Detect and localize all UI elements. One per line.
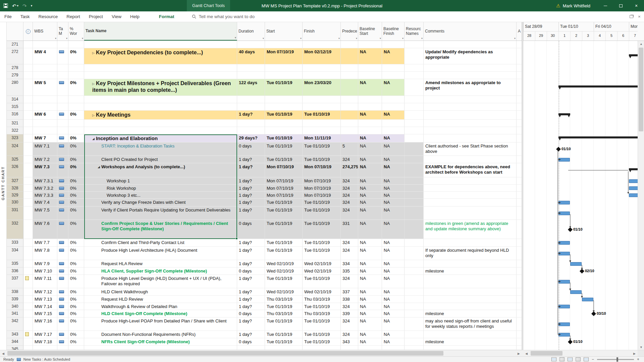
cell-pct[interactable]: 0% bbox=[68, 192, 84, 199]
cell-extra[interactable] bbox=[517, 247, 522, 260]
cell-wbs[interactable]: MW 7.7 bbox=[33, 239, 57, 247]
status-new-tasks[interactable]: New Tasks : Auto Scheduled bbox=[23, 357, 70, 361]
cell-bf[interactable]: NA bbox=[382, 239, 405, 247]
cell-start[interactable] bbox=[265, 72, 303, 79]
cell-pred[interactable]: 324 bbox=[341, 199, 358, 206]
cell-bs[interactable] bbox=[358, 103, 382, 111]
cell-dur[interactable]: 1 day? bbox=[237, 260, 265, 267]
cell-res[interactable] bbox=[405, 338, 424, 346]
cell-bs[interactable]: NA bbox=[358, 185, 382, 192]
cell-start[interactable]: Tue 01/10/19 bbox=[265, 156, 303, 163]
cell-num[interactable]: 279 bbox=[7, 72, 23, 79]
cell-extra[interactable] bbox=[517, 199, 522, 206]
cell-pct[interactable]: 0% bbox=[68, 185, 84, 192]
gantt-task-bar[interactable] bbox=[629, 186, 638, 190]
cell-mode[interactable] bbox=[57, 48, 68, 64]
cell-fin[interactable] bbox=[303, 72, 341, 79]
cell-mode[interactable] bbox=[57, 41, 68, 48]
cell-extra[interactable] bbox=[517, 288, 522, 296]
cell-bs[interactable]: NA bbox=[358, 310, 382, 317]
gantt-task-bar[interactable] bbox=[629, 179, 638, 183]
cell-res[interactable] bbox=[405, 275, 424, 288]
cell-pred[interactable] bbox=[341, 79, 358, 96]
cell-wbs[interactable] bbox=[33, 64, 57, 72]
cell-dur[interactable]: 0 days bbox=[237, 142, 265, 156]
cell-bf[interactable]: NA bbox=[382, 338, 405, 346]
cell-dur[interactable]: 1 day? bbox=[237, 317, 265, 331]
expand-triangle-icon[interactable]: ▷ bbox=[92, 114, 95, 117]
cell-name[interactable] bbox=[84, 120, 237, 127]
cell-wbs[interactable]: MW 7.8 bbox=[33, 247, 57, 260]
collapse-triangle-icon[interactable]: ◢ bbox=[92, 137, 95, 141]
cell-pct[interactable]: 0% bbox=[68, 267, 84, 275]
cell-bs[interactable]: NA bbox=[358, 260, 382, 267]
cell-bf[interactable] bbox=[382, 64, 405, 72]
cell-dur[interactable]: 40 days bbox=[237, 48, 265, 64]
cell-pct[interactable]: 0% bbox=[68, 134, 84, 142]
zoom-slider-thumb[interactable] bbox=[616, 357, 618, 362]
scroll-down-button[interactable]: ▼ bbox=[638, 344, 644, 350]
cell-com[interactable] bbox=[424, 260, 517, 267]
cell-bf[interactable]: NA bbox=[382, 156, 405, 163]
cell-pct[interactable]: 0% bbox=[68, 156, 84, 163]
cell-fin[interactable] bbox=[303, 103, 341, 111]
gantt-summary-bar[interactable] bbox=[629, 54, 638, 59]
cell-pct[interactable] bbox=[68, 96, 84, 103]
cell-info[interactable] bbox=[23, 275, 33, 288]
undo-dropdown-icon[interactable]: ▾ bbox=[17, 4, 19, 7]
tab-view[interactable]: View bbox=[107, 11, 126, 22]
cell-com[interactable] bbox=[424, 346, 517, 350]
cell-pct[interactable]: 0% bbox=[68, 142, 84, 156]
cell-wbs[interactable]: MW 7.18 bbox=[33, 338, 57, 346]
cell-name[interactable]: HLA Client, Supplier Sign-Off Complete (… bbox=[84, 267, 237, 275]
cell-start[interactable]: Tue 01/10/19 bbox=[265, 303, 303, 310]
cell-extra[interactable] bbox=[517, 48, 522, 64]
filter-arrow-icon[interactable]: ▾ bbox=[55, 37, 56, 40]
cell-extra[interactable] bbox=[517, 120, 522, 127]
collapse-triangle-icon[interactable]: ◢ bbox=[98, 165, 100, 169]
cell-pred[interactable] bbox=[341, 346, 358, 350]
cell-wbs[interactable]: MW 7.17 bbox=[33, 331, 57, 338]
cell-num[interactable]: 323 bbox=[7, 134, 23, 142]
cell-dur[interactable] bbox=[237, 96, 265, 103]
cell-bs[interactable]: NA bbox=[358, 177, 382, 185]
cell-info[interactable] bbox=[23, 199, 33, 206]
scroll-up-button[interactable]: ▲ bbox=[638, 41, 644, 47]
cell-info[interactable] bbox=[23, 288, 33, 296]
cell-dur[interactable]: 1 day? bbox=[237, 239, 265, 247]
cell-start[interactable]: Tue 01/10/19 bbox=[265, 275, 303, 288]
column-header-name[interactable]: Task Name▾ bbox=[84, 22, 237, 41]
cell-info[interactable] bbox=[23, 317, 33, 331]
cell-mode[interactable] bbox=[57, 142, 68, 156]
cell-num[interactable]: 327 bbox=[7, 177, 23, 185]
cell-fin[interactable]: Tue 01/10/19 bbox=[303, 239, 341, 247]
cell-num[interactable]: 328 bbox=[7, 185, 23, 192]
cell-bf[interactable]: NA bbox=[382, 206, 405, 220]
cell-info[interactable] bbox=[23, 79, 33, 96]
cell-bf[interactable] bbox=[382, 120, 405, 127]
gantt-milestone[interactable] bbox=[591, 311, 596, 316]
cell-wbs[interactable] bbox=[33, 103, 57, 111]
gantt-task-bar[interactable] bbox=[558, 333, 570, 337]
expand-triangle-icon[interactable]: ▷ bbox=[92, 82, 95, 86]
cell-num[interactable]: 324 bbox=[7, 142, 23, 156]
cell-pred[interactable]: 324 bbox=[341, 239, 358, 247]
cell-num[interactable]: 337 bbox=[7, 275, 23, 288]
cell-dur[interactable]: 1 day? bbox=[237, 163, 265, 177]
cell-wbs[interactable]: MW 4 bbox=[33, 48, 57, 64]
filter-arrow-icon[interactable]: ▾ bbox=[338, 37, 340, 40]
cell-bf[interactable]: NA bbox=[382, 177, 405, 185]
cell-num[interactable]: 338 bbox=[7, 288, 23, 296]
cell-bs[interactable] bbox=[358, 72, 382, 79]
cell-num[interactable]: 331 bbox=[7, 206, 23, 220]
cell-pct[interactable]: 0% bbox=[68, 296, 84, 303]
cell-pred[interactable] bbox=[341, 134, 358, 142]
contextual-tab-group[interactable]: Gantt Chart Tools bbox=[187, 0, 230, 11]
cell-name[interactable]: Client PO Created for Project bbox=[84, 156, 237, 163]
column-header-dur[interactable]: Duration▾ bbox=[237, 22, 265, 41]
cell-bs[interactable]: NA bbox=[358, 142, 382, 156]
gantt-horizontal-scrollbar[interactable]: ◀ ▶ bbox=[523, 350, 638, 357]
cell-wbs[interactable] bbox=[33, 346, 57, 350]
gantt-milestone[interactable] bbox=[580, 269, 584, 274]
save-button[interactable] bbox=[3, 3, 8, 8]
